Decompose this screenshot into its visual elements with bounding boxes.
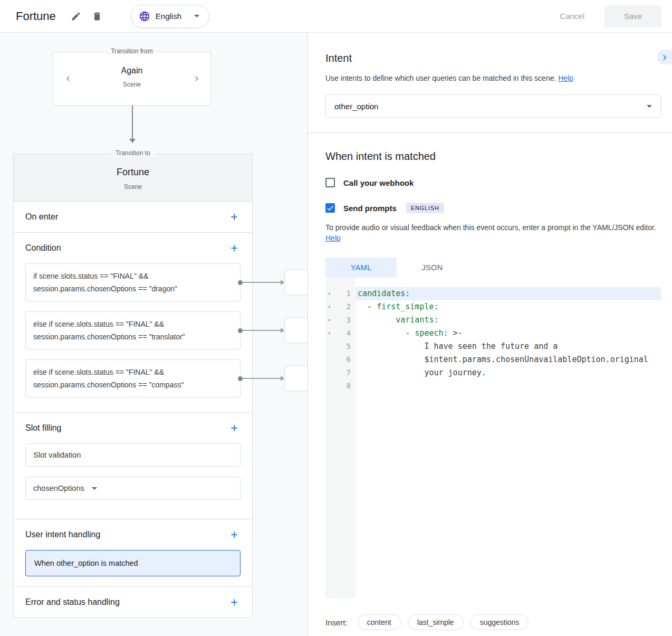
pencil-icon [71, 11, 81, 22]
gutter-row: ▾2 [325, 300, 356, 314]
webhook-checkbox[interactable] [325, 178, 335, 187]
edit-title-button[interactable] [65, 6, 87, 27]
intent-panel: Intent Use intents to define which user … [308, 33, 672, 636]
code-line[interactable]: your journey. [356, 366, 661, 379]
connector-line [242, 282, 282, 283]
check-icon [326, 204, 334, 212]
intent-select-value: other_option [334, 102, 378, 111]
prompt-hint: To provide audio or visual feedback when… [325, 222, 657, 243]
error-handling-label: Error and status handling [25, 597, 120, 607]
insert-label: Insert: [325, 618, 348, 627]
slot-validation-box[interactable]: Slot validation [25, 443, 241, 467]
tab-yaml[interactable]: YAML [325, 258, 397, 278]
add-error-handler-button[interactable]: + [228, 596, 241, 609]
condition-item[interactable]: else if scene.slots.status == "FINAL" &&… [25, 359, 241, 397]
transition-to-label: Transition to [111, 149, 155, 157]
code-segment: >- [448, 328, 463, 338]
send-prompts-checkbox[interactable] [325, 203, 335, 213]
gutter-row: 5 [325, 340, 356, 353]
code-segment: - [358, 328, 415, 338]
user-intent-label: User intent handling [25, 530, 100, 539]
code-line[interactable]: variants: [356, 314, 661, 327]
insert-chip-content[interactable]: content [358, 614, 401, 630]
code-segment: first_simple: [377, 302, 438, 311]
line-number: 3 [336, 314, 356, 327]
fold-toggle-icon[interactable]: ▾ [325, 287, 336, 300]
slot-select[interactable]: chosenOptions [25, 477, 241, 500]
language-selector[interactable]: English [131, 5, 209, 28]
chevron-down-icon [647, 105, 652, 108]
section-error-handling: Error and status handling + [14, 587, 252, 618]
transition-target-box[interactable] [284, 270, 308, 295]
connector-arrow-icon [281, 328, 284, 333]
scene-graph-panel: Transition from Again Scene Transition t… [0, 33, 308, 636]
insert-chip-suggestions[interactable]: suggestions [471, 614, 529, 630]
transition-arrow [132, 106, 133, 139]
code-segment: candidates: [358, 289, 410, 298]
condition-item[interactable]: else if scene.slots.status == "FINAL" &&… [25, 311, 241, 349]
code-segment: variants: [396, 315, 438, 325]
add-slot-button[interactable]: + [228, 422, 241, 434]
language-badge: ENGLISH [406, 203, 444, 213]
code-line[interactable]: - first_simple: [356, 300, 661, 314]
intent-select[interactable]: other_option [325, 94, 661, 118]
transition-target-box[interactable] [284, 366, 308, 391]
chevron-right-icon [193, 74, 201, 83]
scene-card: Transition to Fortune Scene On enter + C… [13, 154, 253, 618]
insert-chip-last_simple[interactable]: last_simple [408, 614, 464, 630]
add-intent-handler-button[interactable]: + [228, 528, 241, 541]
webhook-label[interactable]: Call your webhook [343, 178, 414, 187]
line-number: 2 [336, 300, 356, 314]
chevron-right-icon [660, 53, 669, 62]
code-line[interactable] [356, 379, 661, 393]
send-prompts-row: Send prompts ENGLISH [325, 203, 661, 213]
code-segment: speech: [415, 328, 448, 338]
code-line[interactable]: $intent.params.chosenUnavailableOption.o… [356, 353, 661, 366]
chevron-down-icon [194, 15, 199, 17]
fold-toggle-icon[interactable]: ▾ [325, 327, 336, 340]
save-button[interactable]: Save [604, 5, 661, 27]
on-enter-label: On enter [25, 212, 58, 222]
add-condition-button[interactable]: + [228, 242, 241, 254]
code-segment: $intent.params.chosenUnavailableOption.o… [358, 355, 648, 364]
line-number: 7 [336, 366, 356, 379]
code-line[interactable]: candidates: [356, 287, 661, 300]
fold-toggle-icon[interactable]: ▾ [325, 314, 336, 327]
to-scene-type: Scene [14, 183, 252, 191]
transition-from-label: Transition from [107, 48, 157, 55]
condition-list: if scene.slots.status == "FINAL" && sess… [14, 263, 252, 397]
help-link-prompt[interactable]: Help [325, 234, 341, 242]
connector-line [242, 378, 282, 379]
connector-line [242, 330, 282, 331]
transition-target-box[interactable] [284, 318, 308, 343]
gutter-row: 8 [325, 379, 356, 393]
matched-heading: When intent is matched [325, 150, 661, 163]
panel-collapse-button[interactable] [657, 50, 672, 64]
condition-item[interactable]: if scene.slots.status == "FINAL" && sess… [25, 263, 241, 301]
next-scene-button[interactable] [190, 72, 203, 85]
help-link[interactable]: Help [558, 74, 573, 82]
gutter-row: ▾4 [325, 327, 356, 340]
send-prompts-label[interactable]: Send prompts [343, 204, 397, 213]
delete-scene-button[interactable] [87, 6, 108, 27]
intent-handler-item-selected[interactable]: When other_option is matched [25, 550, 241, 576]
insert-row: Insert: contentlast_simplesuggestions [325, 614, 661, 630]
transition-from-box[interactable]: Transition from Again Scene [53, 52, 211, 106]
top-bar: Fortune English Cancel Save [0, 0, 672, 33]
cancel-button[interactable]: Cancel [560, 12, 584, 21]
connector-arrow-icon [281, 280, 284, 285]
line-number: 4 [336, 327, 356, 340]
code-segment: - [358, 302, 377, 311]
code-line[interactable]: - speech: >- [356, 327, 661, 340]
intent-title: Intent [325, 33, 661, 64]
fold-toggle-icon[interactable]: ▾ [325, 300, 336, 314]
code-line[interactable]: I have seen the future and a [356, 340, 661, 353]
editor-code-area[interactable]: candidates: - first_simple: variants: - … [356, 278, 661, 599]
add-on-enter-button[interactable]: + [228, 211, 241, 223]
slot-name: chosenOptions [33, 484, 84, 492]
yaml-editor[interactable]: ▾1▾2▾3▾45678 candidates: - first_simple:… [325, 278, 661, 599]
section-slot-filling: Slot filling + Slot validation chosenOpt… [14, 413, 252, 519]
connector-arrow-icon [281, 376, 284, 381]
tab-json[interactable]: JSON [397, 258, 468, 278]
code-segment [358, 315, 396, 325]
